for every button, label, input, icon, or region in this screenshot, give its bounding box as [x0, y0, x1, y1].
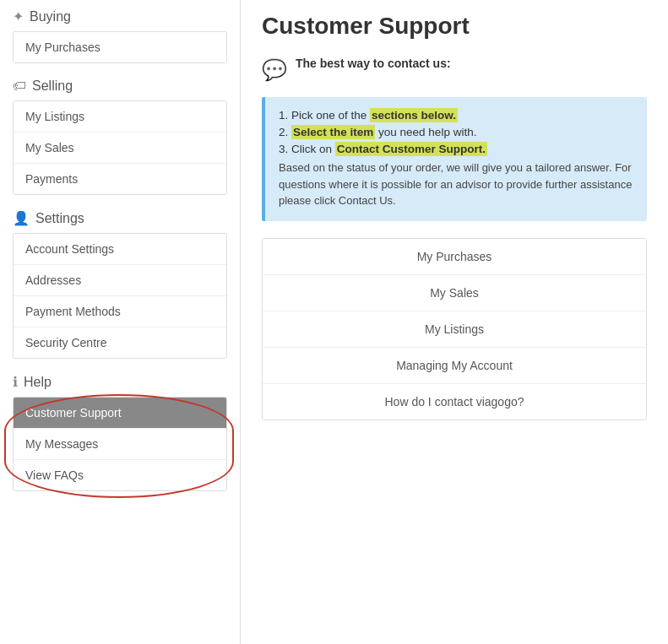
- sidebar-section-buying: ✦ Buying My Purchases: [13, 8, 227, 63]
- step-3-highlight: Contact Customer Support.: [335, 142, 487, 156]
- settings-items-list: Account Settings Addresses Payment Metho…: [13, 233, 227, 359]
- sidebar-section-title-help: ℹ Help: [13, 374, 227, 390]
- main-content: Customer Support 💬 The best way to conta…: [241, 0, 668, 644]
- support-item-managing-my-account[interactable]: Managing My Account: [263, 348, 646, 384]
- sidebar-section-title-settings: 👤 Settings: [13, 210, 227, 226]
- sidebar-item-my-purchases[interactable]: My Purchases: [14, 32, 226, 62]
- settings-title: Settings: [35, 211, 84, 226]
- sidebar-item-customer-support[interactable]: Customer Support: [14, 398, 226, 429]
- sidebar-section-settings: 👤 Settings Account Settings Addresses Pa…: [13, 210, 227, 359]
- sidebar-item-view-faqs[interactable]: View FAQs: [14, 460, 226, 490]
- help-title: Help: [24, 375, 52, 390]
- settings-icon: 👤: [13, 210, 30, 226]
- support-item-my-purchases[interactable]: My Purchases: [263, 239, 646, 275]
- blue-panel-desc: Based on the status of your order, we wi…: [279, 160, 633, 209]
- info-box: 💬 The best way to contact us:: [262, 57, 647, 82]
- sidebar-section-title-selling: 🏷 Selling: [13, 78, 227, 94]
- help-icon: ℹ: [13, 374, 18, 390]
- buying-items-list: My Purchases: [13, 31, 227, 63]
- chat-icon: 💬: [262, 58, 287, 82]
- sidebar: ✦ Buying My Purchases 🏷 Selling My Listi…: [0, 0, 241, 644]
- sidebar-item-my-sales[interactable]: My Sales: [14, 133, 226, 164]
- sidebar-item-security-centre[interactable]: Security Centre: [14, 327, 226, 358]
- step-1-highlight: sections below.: [370, 108, 458, 122]
- sidebar-section-title-buying: ✦ Buying: [13, 8, 227, 24]
- blue-panel: 1. Pick one of the sections below. 2. Se…: [262, 97, 647, 221]
- step-1: 1. Pick one of the sections below.: [279, 109, 633, 122]
- selling-title: Selling: [32, 78, 73, 94]
- sidebar-item-payments[interactable]: Payments: [14, 164, 226, 194]
- info-label: The best way to contact us:: [296, 57, 451, 70]
- support-item-my-sales[interactable]: My Sales: [263, 275, 646, 311]
- step-3: 3. Click on Contact Customer Support.: [279, 143, 633, 155]
- sidebar-section-help: ℹ Help Customer Support My Messages View…: [13, 374, 227, 491]
- support-item-my-listings[interactable]: My Listings: [263, 311, 646, 348]
- page-layout: ✦ Buying My Purchases 🏷 Selling My Listi…: [0, 0, 668, 644]
- support-list: My Purchases My Sales My Listings Managi…: [262, 238, 647, 420]
- page-title: Customer Support: [262, 13, 647, 40]
- sidebar-section-selling: 🏷 Selling My Listings My Sales Payments: [13, 78, 227, 195]
- sidebar-item-my-messages[interactable]: My Messages: [14, 429, 226, 460]
- buying-icon: ✦: [13, 8, 24, 24]
- buying-title: Buying: [30, 9, 71, 24]
- sidebar-item-payment-methods[interactable]: Payment Methods: [14, 296, 226, 327]
- sidebar-item-account-settings[interactable]: Account Settings: [14, 234, 226, 265]
- sidebar-item-my-listings[interactable]: My Listings: [14, 101, 226, 133]
- step-2-highlight: Select the item: [291, 125, 375, 139]
- selling-icon: 🏷: [13, 78, 26, 94]
- step-2: 2. Select the item you need help with.: [279, 126, 633, 138]
- sidebar-item-addresses[interactable]: Addresses: [14, 265, 226, 296]
- help-items-list: Customer Support My Messages View FAQs: [13, 397, 227, 491]
- selling-items-list: My Listings My Sales Payments: [13, 100, 227, 195]
- support-item-how-to-contact[interactable]: How do I contact viagogo?: [263, 384, 646, 419]
